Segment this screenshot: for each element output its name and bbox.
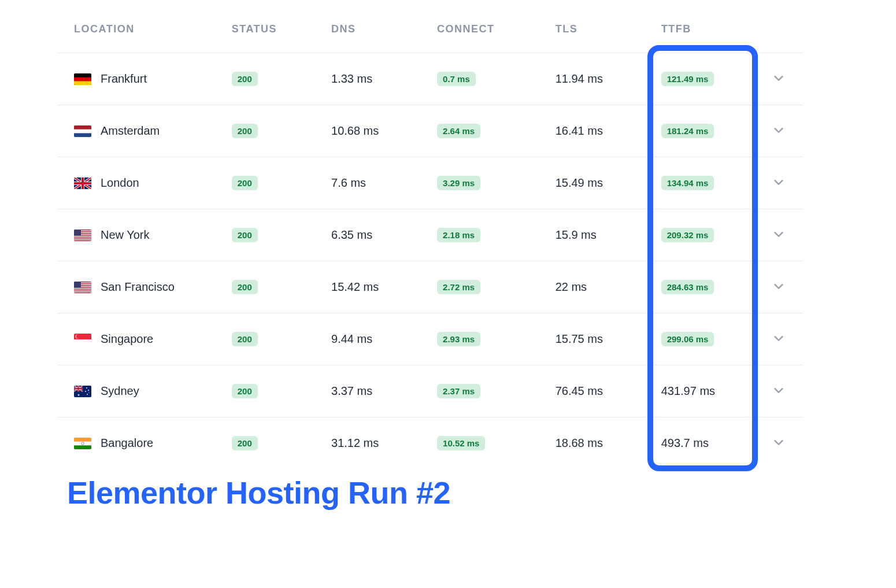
- table-row[interactable]: Frankfurt2001.33 ms0.7 ms11.94 ms121.49 …: [58, 53, 804, 105]
- dns-value: 15.42 ms: [331, 280, 379, 293]
- ttfb-badge: 121.49 ms: [661, 72, 714, 86]
- status-badge: 200: [232, 176, 258, 190]
- chevron-down-icon: [772, 176, 785, 188]
- table-header-row: LOCATION STATUS DNS CONNECT TLS TTFB: [58, 12, 804, 53]
- svg-rect-15: [74, 235, 91, 236]
- table-row[interactable]: Singapore2009.44 ms2.93 ms15.75 ms299.06…: [58, 313, 804, 365]
- table-row[interactable]: Amsterdam20010.68 ms2.64 ms16.41 ms181.2…: [58, 105, 804, 157]
- expand-row-button[interactable]: [770, 434, 787, 453]
- flag-icon: [74, 230, 91, 241]
- svg-point-38: [86, 387, 87, 389]
- ttfb-value: 493.7 ms: [661, 437, 709, 449]
- tls-value: 15.49 ms: [556, 176, 603, 189]
- status-badge: 200: [232, 124, 258, 138]
- location-name: New York: [101, 228, 150, 242]
- chevron-down-icon: [772, 124, 785, 136]
- chevron-down-icon: [772, 436, 785, 449]
- flag-icon: [74, 282, 91, 293]
- svg-rect-16: [74, 237, 91, 238]
- dns-value: 10.68 ms: [331, 124, 379, 137]
- expand-row-button[interactable]: [770, 330, 787, 349]
- dns-value: 3.37 ms: [331, 384, 372, 397]
- status-badge: 200: [232, 228, 258, 242]
- svg-point-30: [76, 334, 80, 338]
- svg-rect-2: [74, 81, 91, 85]
- table-row[interactable]: New York2006.35 ms2.18 ms15.9 ms209.32 m…: [58, 209, 804, 261]
- expand-row-button[interactable]: [770, 173, 787, 193]
- expand-row-button[interactable]: [770, 69, 787, 88]
- flag-icon: [74, 125, 91, 137]
- header-ttfb: TTFB: [656, 12, 761, 53]
- chevron-down-icon: [772, 228, 785, 241]
- table-row[interactable]: Sydney2003.37 ms2.37 ms76.45 ms431.97 ms: [58, 365, 804, 417]
- connect-badge: 0.7 ms: [437, 72, 476, 86]
- expand-row-button[interactable]: [770, 382, 787, 401]
- flag-icon: [74, 177, 91, 189]
- connect-badge: 2.18 ms: [437, 228, 480, 242]
- status-badge: 200: [232, 332, 258, 346]
- status-badge: 200: [232, 436, 258, 450]
- ttfb-value: 431.97 ms: [661, 384, 715, 397]
- dns-value: 9.44 ms: [331, 332, 372, 345]
- svg-rect-1: [74, 77, 91, 81]
- svg-rect-18: [74, 230, 81, 236]
- connect-badge: 2.72 ms: [437, 280, 480, 294]
- connect-badge: 3.29 ms: [437, 176, 480, 190]
- connect-badge: 2.93 ms: [437, 332, 480, 346]
- svg-point-40: [85, 391, 86, 392]
- flag-icon: [74, 386, 91, 397]
- dns-value: 7.6 ms: [331, 176, 366, 189]
- dns-value: 31.12 ms: [331, 437, 379, 449]
- chevron-down-icon: [772, 384, 785, 397]
- svg-rect-5: [74, 125, 91, 130]
- svg-point-39: [88, 390, 89, 391]
- table-row[interactable]: Bangalore20031.12 ms10.52 ms18.68 ms493.…: [58, 417, 804, 469]
- header-tls: TLS: [550, 12, 656, 53]
- svg-rect-45: [74, 438, 91, 442]
- svg-point-42: [88, 392, 89, 393]
- flag-icon: [74, 73, 91, 85]
- svg-rect-36: [74, 388, 83, 389]
- latency-table: LOCATION STATUS DNS CONNECT TLS TTFB Fra…: [58, 12, 804, 469]
- location-name: Bangalore: [101, 437, 153, 450]
- expand-row-button[interactable]: [770, 225, 787, 245]
- header-connect: CONNECT: [431, 12, 550, 53]
- expand-row-button[interactable]: [770, 278, 787, 297]
- tls-value: 76.45 ms: [556, 384, 603, 397]
- header-expand: [761, 12, 804, 53]
- header-status: STATUS: [226, 12, 325, 53]
- tls-value: 15.75 ms: [556, 332, 603, 345]
- location-name: Amsterdam: [101, 124, 160, 138]
- tls-value: 18.68 ms: [556, 437, 603, 449]
- svg-rect-17: [74, 239, 91, 240]
- chevron-down-icon: [772, 332, 785, 345]
- location-name: London: [101, 176, 139, 190]
- table-row[interactable]: London2007.6 ms3.29 ms15.49 ms134.94 ms: [58, 157, 804, 209]
- tls-value: 22 ms: [556, 280, 587, 293]
- location-name: Frankfurt: [101, 72, 147, 86]
- svg-point-41: [87, 394, 88, 395]
- location-name: Sydney: [101, 384, 139, 398]
- tls-value: 15.9 ms: [556, 228, 597, 241]
- status-badge: 200: [232, 72, 258, 86]
- ttfb-badge: 134.94 ms: [661, 176, 714, 190]
- expand-row-button[interactable]: [770, 121, 787, 140]
- ttfb-badge: 284.63 ms: [661, 280, 714, 294]
- table-row[interactable]: San Francisco20015.42 ms2.72 ms22 ms284.…: [58, 261, 804, 313]
- svg-rect-25: [74, 291, 91, 292]
- status-badge: 200: [232, 384, 258, 398]
- connect-badge: 10.52 ms: [437, 436, 485, 450]
- chevron-down-icon: [772, 280, 785, 293]
- ttfb-badge: 299.06 ms: [661, 332, 714, 346]
- header-dns: DNS: [325, 12, 431, 53]
- dns-value: 6.35 ms: [331, 228, 372, 241]
- svg-rect-23: [74, 287, 91, 289]
- chevron-down-icon: [772, 72, 785, 84]
- svg-rect-10: [74, 182, 91, 184]
- status-badge: 200: [232, 280, 258, 294]
- location-name: San Francisco: [101, 280, 175, 294]
- connect-badge: 2.64 ms: [437, 124, 480, 138]
- flag-icon: [74, 438, 91, 449]
- svg-rect-26: [74, 282, 81, 288]
- svg-rect-24: [74, 289, 91, 290]
